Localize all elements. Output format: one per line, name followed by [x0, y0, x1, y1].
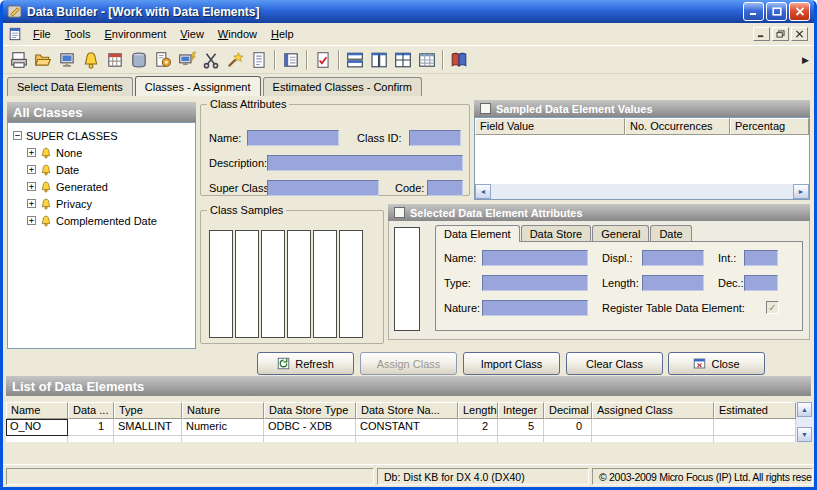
table-row-clipped[interactable]: [6, 436, 796, 442]
expand-icon[interactable]: +: [27, 165, 36, 174]
attr-name-field[interactable]: [482, 250, 588, 266]
cell-type[interactable]: SMALLINT: [114, 419, 182, 436]
cell-length[interactable]: 2: [458, 419, 498, 436]
clear-class-button[interactable]: Clear Class: [566, 352, 663, 375]
column-header-data-store-type[interactable]: Data Store Type: [264, 402, 356, 419]
class-code-field[interactable]: [427, 180, 463, 196]
wizard-icon[interactable]: [223, 48, 247, 72]
toolbar-overflow-arrow[interactable]: ▶: [802, 55, 809, 65]
mdi-close-button[interactable]: [791, 27, 808, 41]
class-sample-column[interactable]: [235, 230, 259, 338]
tab-select-data-elements[interactable]: Select Data Elements: [7, 77, 133, 96]
horizontal-scrollbar[interactable]: ◄ ►: [475, 184, 809, 199]
settings-icon[interactable]: [151, 48, 175, 72]
tab-general[interactable]: General: [592, 225, 649, 242]
column-header-decimal[interactable]: Decimal: [544, 402, 592, 419]
tree-root-super-classes[interactable]: − SUPER CLASSES: [10, 127, 193, 144]
column-header-integer[interactable]: Integer: [498, 402, 544, 419]
vertical-scrollbar[interactable]: ▲ ▼: [796, 402, 813, 442]
scroll-left-arrow[interactable]: ◄: [475, 184, 491, 199]
import-class-button[interactable]: Import Class: [463, 352, 560, 375]
export-icon[interactable]: [7, 48, 31, 72]
scroll-track[interactable]: [491, 184, 793, 199]
class-id-field[interactable]: [409, 130, 461, 146]
attr-nature-field[interactable]: [482, 300, 588, 316]
tab-data-element[interactable]: Data Element: [435, 225, 520, 242]
open-folder-icon[interactable]: [31, 48, 55, 72]
menu-tools[interactable]: Tools: [58, 25, 98, 43]
column-header-field-value[interactable]: Field Value: [475, 118, 625, 135]
cell-data[interactable]: 1: [68, 419, 114, 436]
close-panel-button[interactable]: Close: [668, 352, 765, 375]
cell-estimated[interactable]: [714, 419, 796, 436]
tree-item-none[interactable]: + None: [24, 144, 193, 161]
menu-help[interactable]: Help: [264, 25, 301, 43]
class-sample-column[interactable]: [209, 230, 233, 338]
tree-item-privacy[interactable]: + Privacy: [24, 195, 193, 212]
column-header-percentage[interactable]: Percentag: [730, 118, 809, 135]
maximize-button[interactable]: [766, 2, 787, 21]
expand-icon[interactable]: +: [27, 216, 36, 225]
help-icon[interactable]: [447, 48, 471, 72]
attr-type-field[interactable]: [482, 275, 588, 291]
mdi-child-icon[interactable]: [8, 27, 22, 41]
tree-item-complemented-date[interactable]: + Complemented Date: [24, 212, 193, 229]
column-header-type[interactable]: Type: [114, 402, 182, 419]
class-name-field[interactable]: [247, 130, 339, 146]
tab-data-store[interactable]: Data Store: [521, 225, 592, 242]
column-header-data-store-name[interactable]: Data Store Na...: [356, 402, 458, 419]
cell-assigned-class[interactable]: [592, 419, 714, 436]
database-icon[interactable]: [127, 48, 151, 72]
column-header-no-occurrences[interactable]: No. Occurrences: [625, 118, 730, 135]
class-sample-column[interactable]: [287, 230, 311, 338]
notes-icon[interactable]: [279, 48, 303, 72]
attr-length-field[interactable]: [642, 275, 704, 291]
scroll-right-arrow[interactable]: ►: [793, 184, 809, 199]
tab-date[interactable]: Date: [650, 225, 691, 242]
refresh-button[interactable]: Refresh: [257, 352, 354, 375]
cell-data-store-type[interactable]: ODBC - XDB: [264, 419, 356, 436]
attr-displ-field[interactable]: [642, 250, 704, 266]
class-sample-column[interactable]: [261, 230, 285, 338]
close-button[interactable]: [789, 2, 810, 21]
column-header-estimated[interactable]: Estimated: [714, 402, 796, 419]
data-grid-icon[interactable]: [415, 48, 439, 72]
table-row[interactable]: O_NO 1 SMALLINT Numeric ODBC - XDB CONST…: [6, 419, 796, 436]
mdi-minimize-button[interactable]: [753, 27, 770, 41]
cell-nature[interactable]: Numeric: [182, 419, 264, 436]
cut-icon[interactable]: [199, 48, 223, 72]
classes-tree[interactable]: − SUPER CLASSES + None + Date + Generate…: [7, 122, 196, 349]
tile-vertical-icon[interactable]: [367, 48, 391, 72]
document-icon[interactable]: [247, 48, 271, 72]
cell-data-store-name[interactable]: CONSTANT: [356, 419, 458, 436]
menu-window[interactable]: Window: [211, 25, 264, 43]
class-sample-column[interactable]: [339, 230, 363, 338]
schedule-icon[interactable]: [103, 48, 127, 72]
cell-integer[interactable]: 5: [498, 419, 544, 436]
collapse-icon[interactable]: −: [13, 131, 22, 140]
menu-view[interactable]: View: [173, 25, 211, 43]
expand-icon[interactable]: +: [27, 182, 36, 191]
menu-environment[interactable]: Environment: [97, 25, 173, 43]
super-class-field[interactable]: [267, 180, 379, 196]
scroll-down-arrow[interactable]: ▼: [797, 427, 812, 442]
expand-icon[interactable]: +: [27, 148, 36, 157]
tab-estimated-classes-confirm[interactable]: Estimated Classes - Confirm: [263, 77, 422, 96]
column-header-assigned-class[interactable]: Assigned Class: [592, 402, 714, 419]
sampled-values-checkbox[interactable]: [480, 103, 491, 114]
expand-icon[interactable]: +: [27, 199, 36, 208]
tile-grid-icon[interactable]: [391, 48, 415, 72]
attr-int-field[interactable]: [744, 250, 778, 266]
class-sample-column[interactable]: [313, 230, 337, 338]
tab-classes-assignment[interactable]: Classes - Assignment: [135, 76, 261, 96]
monitor-config-icon[interactable]: [175, 48, 199, 72]
mdi-restore-button[interactable]: [772, 27, 789, 41]
workstation-icon[interactable]: [55, 48, 79, 72]
column-header-data[interactable]: Data ...: [68, 402, 114, 419]
tile-horizontal-icon[interactable]: [343, 48, 367, 72]
assign-class-button[interactable]: Assign Class: [360, 352, 457, 375]
class-description-field[interactable]: [267, 155, 463, 171]
checklist-icon[interactable]: [311, 48, 335, 72]
column-header-name[interactable]: Name: [6, 402, 68, 419]
tree-item-date[interactable]: + Date: [24, 161, 193, 178]
